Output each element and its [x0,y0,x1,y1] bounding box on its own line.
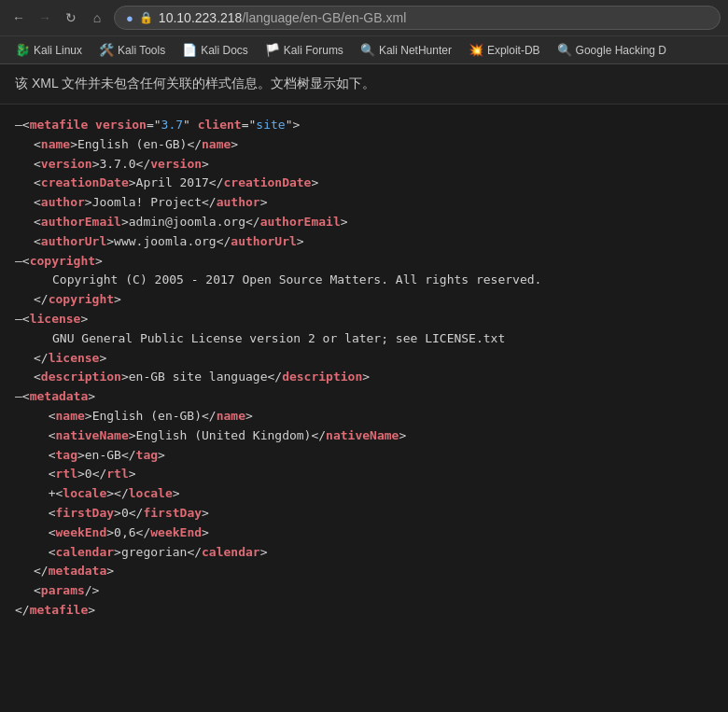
xml-line-2: <name>English (en-GB)</name> [15,135,713,155]
bookmark-kali-tools[interactable]: 🛠️ Kali Tools [91,40,173,60]
xml-line-15: –<metadata> [15,387,713,407]
xml-line-13: </license> [15,349,713,369]
address-bar[interactable]: ● 🔒 10.10.223.218/language/en-GB/en-GB.x… [114,6,721,30]
bookmarks-bar: 🐉 Kali Linux 🛠️ Kali Tools 📄 Kali Docs 🏳… [0,35,728,63]
xml-tree: –<metafile version="3.7" client="site"> … [0,105,728,632]
xml-line-4: <creationDate>April 2017</creationDate> [15,174,713,193]
bookmark-kali-docs-label: Kali Docs [201,44,248,57]
xml-line-14: <description>en-GB site language</descri… [15,368,713,387]
forward-button[interactable]: → [34,7,56,29]
xml-notice: 该 XML 文件并未包含任何关联的样式信息。文档树显示如下。 [0,64,728,105]
xml-line-7: <authorUrl>www.joomla.org</authorUrl> [15,232,713,252]
xml-line-25: <params/> [15,581,713,601]
xml-line-20: +<locale></locale> [15,484,713,504]
bookmark-kali-linux-label: Kali Linux [34,44,82,57]
bookmark-google-hacking[interactable]: 🔍 Google Hacking D [550,40,674,60]
exploit-db-icon: 💥 [469,43,483,57]
security-icon: ● [126,11,133,25]
xml-line-23: <calendar>gregorian</calendar> [15,543,713,563]
xml-line-6: <authorEmail>admin@joomla.org</authorEma… [15,213,713,232]
bookmark-nethunter[interactable]: 🔍 Kali NetHunter [353,40,459,60]
xml-line-26: </metafile> [15,601,713,621]
collapse-2[interactable]: – [15,254,22,268]
nethunter-icon: 🔍 [360,43,375,57]
xml-line-3: <version>3.7.0</version> [15,155,713,175]
xml-line-12: GNU General Public License version 2 or … [15,329,713,349]
page-content: 该 XML 文件并未包含任何关联的样式信息。文档树显示如下。 –<metafil… [0,64,728,712]
bookmark-google-hacking-label: Google Hacking D [576,44,666,57]
bookmark-exploit-db-label: Exploit-DB [487,44,540,57]
google-hacking-icon: 🔍 [557,43,572,57]
xml-line-16: <name>English (en-GB)</name> [15,407,713,426]
browser-chrome: ← → ↻ ⌂ ● 🔒 10.10.223.218/language/en-GB… [0,0,728,64]
xml-line-17: <nativeName>English (United Kingdom)</na… [15,426,713,446]
kali-linux-icon: 🐉 [15,43,30,57]
nav-buttons: ← → ↻ ⌂ [7,7,108,29]
xml-line-10: </copyright> [15,290,713,310]
address-path: /language/en-GB/en-GB.xml [242,10,406,25]
xml-line-18: <tag>en-GB</tag> [15,446,713,466]
bookmark-exploit-db[interactable]: 💥 Exploit-DB [461,40,548,60]
bookmark-kali-tools-label: Kali Tools [118,44,165,57]
kali-docs-icon: 📄 [182,43,197,57]
collapse-4[interactable]: – [15,389,22,403]
collapse-1[interactable]: – [15,118,22,132]
back-button[interactable]: ← [7,7,30,29]
xml-line-9: Copyright (C) 2005 - 2017 Open Source Ma… [15,271,713,290]
xml-line-11: –<license> [15,310,713,329]
kali-forums-icon: 🏳️ [265,43,280,57]
xml-line-22: <weekEnd>0,6</weekEnd> [15,524,713,543]
nav-bar: ← → ↻ ⌂ ● 🔒 10.10.223.218/language/en-GB… [0,0,728,35]
collapse-3[interactable]: – [15,312,22,326]
bookmark-kali-forums-label: Kali Forums [284,44,343,57]
bookmark-nethunter-label: Kali NetHunter [379,44,452,57]
xml-line-19: <rtl>0</rtl> [15,465,713,484]
kali-tools-icon: 🛠️ [99,43,114,57]
xml-line-1: –<metafile version="3.7" client="site"> [15,116,713,135]
bookmark-kali-forums[interactable]: 🏳️ Kali Forums [258,40,351,60]
lock-icon: 🔒 [139,11,153,24]
address-domain: 10.10.223.218 [159,10,243,25]
bookmark-kali-docs[interactable]: 📄 Kali Docs [175,40,256,60]
xml-line-5: <author>Joomla! Project</author> [15,193,713,213]
address-text: 10.10.223.218/language/en-GB/en-GB.xml [159,10,708,25]
xml-line-21: <firstDay>0</firstDay> [15,504,713,524]
home-button[interactable]: ⌂ [86,7,108,29]
xml-line-24: </metadata> [15,562,713,581]
reload-button[interactable]: ↻ [60,7,82,29]
bookmark-kali-linux[interactable]: 🐉 Kali Linux [7,40,90,60]
xml-line-8: –<copyright> [15,252,713,272]
